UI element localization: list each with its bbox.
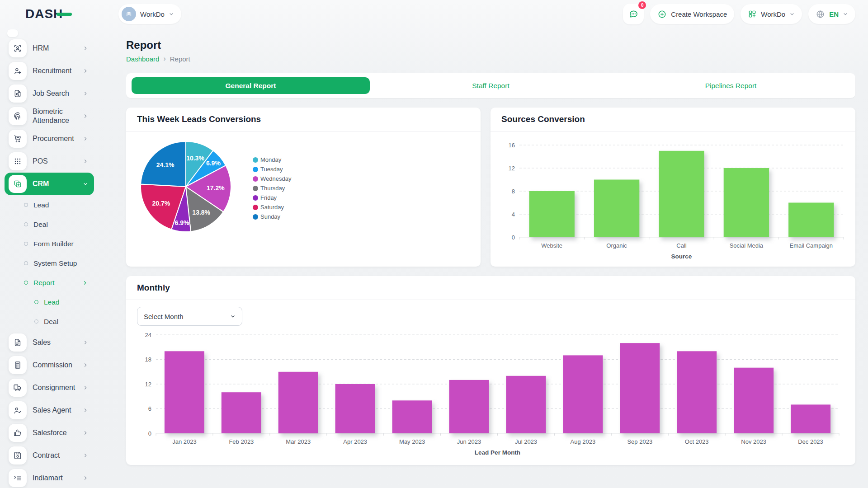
bar-organic[interactable] bbox=[594, 180, 639, 238]
breadcrumb-link-dashboard[interactable]: Dashboard bbox=[126, 55, 159, 63]
y-tick-label: 4 bbox=[512, 211, 515, 218]
sales-agent-icon bbox=[9, 401, 27, 419]
tab-pipelines-report[interactable]: Pipelines Report bbox=[612, 77, 850, 94]
sidebar: HRMRecruitmentJob SearchBiometric Attend… bbox=[0, 28, 99, 488]
chevron-right-icon bbox=[83, 362, 88, 368]
bar-mar-2023[interactable] bbox=[278, 372, 318, 433]
bar-may-2023[interactable] bbox=[392, 400, 432, 433]
bullet-icon bbox=[24, 222, 28, 226]
messages-button[interactable]: 0 bbox=[623, 4, 644, 24]
breadcrumb-current: Report bbox=[170, 55, 190, 63]
bar-feb-2023[interactable] bbox=[222, 392, 261, 433]
sidebar-item-label: Procurement bbox=[33, 134, 77, 143]
legend-dot-icon bbox=[253, 205, 258, 210]
sidebar-item-sales[interactable]: Sales bbox=[5, 331, 94, 354]
sources-bar-chart[interactable]: 0481216WebsiteOrganicCallSocial MediaEma… bbox=[499, 132, 847, 266]
tab-general-report[interactable]: General Report bbox=[132, 77, 370, 94]
bar-email-campaign[interactable] bbox=[788, 203, 834, 238]
sidebar-scroll-pill[interactable] bbox=[7, 29, 18, 37]
legend-item-saturday[interactable]: Saturday bbox=[253, 202, 291, 212]
messages-badge: 0 bbox=[638, 1, 646, 9]
bar-sep-2023[interactable] bbox=[620, 343, 660, 433]
workspace-switcher[interactable]: WorkDo bbox=[118, 4, 181, 24]
create-workspace-button[interactable]: Create Workspace bbox=[650, 4, 734, 24]
chevron-down-icon bbox=[83, 181, 88, 187]
leads-conversions-card: This Week Leads Conversions 10.3%6.9%17.… bbox=[126, 108, 481, 267]
workdo-menu-button[interactable]: WorkDo bbox=[741, 4, 802, 24]
sidebar-item-commission[interactable]: Commission bbox=[5, 354, 94, 376]
sidebar-item-label: Report bbox=[33, 278, 77, 287]
sidebar-item-hrm[interactable]: HRM bbox=[5, 37, 94, 60]
sources-conversion-card: Sources Conversion 0481216WebsiteOrganic… bbox=[491, 108, 855, 267]
bar-aug-2023[interactable] bbox=[563, 355, 603, 433]
x-tick-label: Mar 2023 bbox=[286, 438, 311, 445]
sidebar-item-pos[interactable]: POS bbox=[5, 150, 94, 173]
bullet-icon bbox=[24, 242, 28, 246]
sidebar-item-deal[interactable]: Deal bbox=[0, 215, 99, 234]
x-tick-label: Nov 2023 bbox=[741, 438, 766, 445]
legend-item-friday[interactable]: Friday bbox=[253, 193, 291, 202]
sidebar-item-lead[interactable]: Lead bbox=[0, 292, 99, 312]
sidebar-item-salesforce[interactable]: Salesforce bbox=[5, 422, 94, 444]
pie-legend: MondayTuesdayWednesdayThursdayFridaySatu… bbox=[253, 155, 291, 221]
sidebar-item-label: HRM bbox=[33, 44, 77, 53]
bar-jan-2023[interactable] bbox=[165, 351, 204, 433]
chevron-right-icon bbox=[83, 385, 88, 390]
sidebar-item-consignment[interactable]: Consignment bbox=[5, 376, 94, 399]
sidebar-item-contract[interactable]: Contract bbox=[5, 444, 94, 467]
sidebar-item-label: Biometric Attendance bbox=[33, 107, 77, 125]
language-selector[interactable]: EN bbox=[808, 4, 855, 24]
bar-apr-2023[interactable] bbox=[335, 384, 375, 433]
x-tick-label: Website bbox=[541, 242, 562, 249]
leads-pie-chart[interactable]: 10.3%6.9%17.2%13.8%6.9%20.7%24.1% bbox=[138, 139, 234, 235]
language-code: EN bbox=[829, 10, 839, 18]
sidebar-item-label: Lead bbox=[44, 298, 88, 306]
legend-item-sunday[interactable]: Sunday bbox=[253, 212, 291, 221]
chevron-right-icon bbox=[83, 340, 88, 345]
bar-dec-2023[interactable] bbox=[791, 404, 830, 433]
chevron-right-icon bbox=[83, 136, 88, 141]
sidebar-item-sales-agent[interactable]: Sales Agent bbox=[5, 399, 94, 422]
sidebar-item-job-search[interactable]: Job Search bbox=[5, 82, 94, 105]
sidebar-item-procurement[interactable]: Procurement bbox=[5, 127, 94, 150]
pie-data-label: 17.2% bbox=[207, 184, 225, 192]
page-title: Report bbox=[126, 39, 855, 52]
legend-item-thursday[interactable]: Thursday bbox=[253, 183, 291, 193]
pie-data-label: 10.3% bbox=[186, 155, 204, 162]
sidebar-item-label: Job Search bbox=[33, 89, 77, 98]
sidebar-item-form-builder[interactable]: Form Builder bbox=[0, 234, 99, 253]
logo-dash-icon bbox=[57, 13, 72, 16]
biometric-icon bbox=[9, 107, 27, 125]
bar-social-media[interactable] bbox=[724, 168, 769, 237]
bar-oct-2023[interactable] bbox=[677, 351, 717, 433]
sidebar-item-label: Sales bbox=[33, 338, 77, 347]
sidebar-item-indiamart[interactable]: Indiamart bbox=[5, 467, 94, 488]
chat-bubble-icon bbox=[628, 9, 639, 19]
sidebar-item-lead[interactable]: Lead bbox=[0, 195, 99, 215]
bar-jul-2023[interactable] bbox=[506, 376, 546, 433]
legend-item-monday[interactable]: Monday bbox=[253, 155, 291, 164]
tab-staff-report[interactable]: Staff Report bbox=[372, 77, 610, 94]
bar-nov-2023[interactable] bbox=[734, 368, 774, 433]
create-workspace-label: Create Workspace bbox=[671, 10, 727, 18]
legend-item-tuesday[interactable]: Tuesday bbox=[253, 164, 291, 174]
legend-item-wednesday[interactable]: Wednesday bbox=[253, 174, 291, 183]
bar-jun-2023[interactable] bbox=[449, 380, 489, 433]
sidebar-item-recruitment[interactable]: Recruitment bbox=[5, 60, 94, 82]
bar-call[interactable] bbox=[659, 151, 704, 237]
x-tick-label: Aug 2023 bbox=[571, 438, 596, 445]
app-logo[interactable]: DASH bbox=[0, 7, 99, 21]
globe-icon bbox=[816, 9, 825, 19]
sidebar-item-biometric-attendance[interactable]: Biometric Attendance bbox=[5, 105, 94, 127]
report-tabs: General Report Staff Report Pipelines Re… bbox=[126, 73, 855, 98]
sidebar-item-label: Lead bbox=[33, 201, 88, 209]
bar-website[interactable] bbox=[529, 191, 575, 237]
sidebar-item-report[interactable]: Report bbox=[0, 273, 99, 292]
indiamart-icon bbox=[9, 469, 27, 487]
chevron-down-icon bbox=[230, 314, 236, 319]
select-month-dropdown[interactable]: Select Month bbox=[137, 307, 242, 326]
sidebar-item-deal[interactable]: Deal bbox=[0, 312, 99, 331]
sidebar-item-system-setup[interactable]: System Setup bbox=[0, 253, 99, 273]
monthly-bar-chart[interactable]: 06121824Jan 2023Feb 2023Mar 2023Apr 2023… bbox=[137, 329, 844, 461]
sidebar-item-crm[interactable]: CRM bbox=[5, 173, 94, 195]
